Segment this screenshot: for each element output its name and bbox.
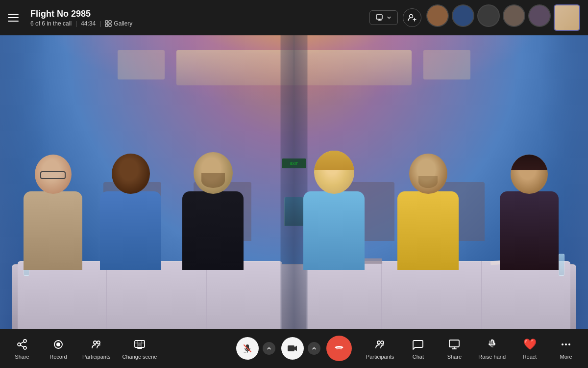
end-call-button[interactable] — [326, 336, 352, 361]
toolbar-left: Share Record Participants — [10, 338, 157, 360]
record-button[interactable]: Record — [46, 338, 71, 360]
svg-point-8 — [94, 341, 97, 344]
participant-person6 — [500, 155, 559, 270]
raise-hand-label: Raise hand — [478, 354, 506, 360]
avatar-3[interactable] — [477, 4, 500, 27]
react-button[interactable]: ❤️ React — [517, 338, 542, 360]
participants-icon-right — [373, 338, 387, 351]
share-icon — [15, 338, 29, 351]
avatar-4[interactable] — [503, 4, 525, 27]
call-title: Flight No 2985 6 of 6 in the call | 44:3… — [30, 9, 369, 27]
participants-label-right: Participants — [366, 354, 394, 360]
change-scene-label: Change scene — [122, 354, 157, 360]
svg-point-18 — [565, 343, 567, 345]
svg-rect-1 — [109, 21, 111, 23]
toolbar-center — [236, 336, 352, 361]
video-chevron-button[interactable] — [308, 342, 320, 355]
participants-button-right[interactable]: Participants — [366, 338, 394, 360]
participant-avatars — [426, 4, 580, 31]
participant-person5 — [397, 154, 459, 270]
participant-person4 — [303, 151, 365, 270]
main-video-area: EXIT — [0, 35, 588, 329]
change-scene-icon — [133, 338, 147, 351]
chevron-down-icon — [387, 15, 392, 20]
react-icon: ❤️ — [523, 338, 537, 351]
share-icon-right — [447, 338, 461, 351]
call-meta: 6 of 6 in the call | 44:34 | Gallery — [30, 20, 369, 27]
screen-share-icon — [376, 14, 384, 22]
call-timer: 44:34 — [81, 20, 96, 27]
chevron-up-icon2 — [312, 346, 317, 351]
record-label: Record — [49, 354, 67, 360]
top-bar: Flight No 2985 6 of 6 in the call | 44:3… — [0, 0, 588, 35]
mic-icon — [243, 343, 252, 353]
video-icon — [287, 343, 298, 354]
svg-rect-0 — [105, 21, 108, 23]
more-icon — [559, 338, 573, 351]
gallery-icon — [105, 20, 112, 27]
change-scene-button[interactable]: Change scene — [122, 338, 157, 360]
svg-rect-12 — [288, 345, 294, 351]
participant-person1 — [24, 155, 82, 270]
svg-rect-2 — [105, 24, 108, 26]
record-icon — [51, 338, 65, 351]
avatar-6-large[interactable] — [554, 4, 580, 31]
video-background: EXIT — [0, 35, 588, 329]
bottom-toolbar: Share Record Participants — [0, 329, 588, 368]
svg-point-17 — [562, 343, 564, 345]
mic-chevron-button[interactable] — [263, 342, 275, 355]
react-label: React — [523, 354, 537, 360]
svg-rect-3 — [109, 24, 111, 26]
share-button-right[interactable]: Share — [442, 338, 466, 360]
more-label: More — [560, 354, 572, 360]
separator2: | — [99, 20, 101, 27]
svg-rect-4 — [376, 15, 382, 19]
screen-share-button[interactable] — [369, 10, 398, 25]
svg-point-19 — [568, 343, 570, 345]
participants-label-left: Participants — [82, 354, 110, 360]
mic-button[interactable] — [236, 337, 259, 360]
raise-hand-icon — [485, 338, 499, 351]
menu-button[interactable] — [8, 10, 24, 26]
gallery-label: Gallery — [114, 20, 132, 27]
end-call-icon — [333, 342, 345, 355]
chat-icon — [411, 338, 425, 351]
svg-point-14 — [377, 341, 380, 344]
participant-count: 6 of 6 in the call — [30, 20, 72, 27]
participants-button-left[interactable]: Participants — [82, 338, 110, 360]
svg-rect-16 — [449, 340, 459, 347]
avatar-1[interactable] — [426, 4, 449, 27]
share-label: Share — [15, 354, 29, 360]
chat-label: Chat — [413, 354, 424, 360]
video-button[interactable] — [281, 337, 304, 360]
separator: | — [75, 20, 77, 27]
avatar-5[interactable] — [528, 4, 551, 27]
svg-point-15 — [381, 341, 384, 344]
share-button[interactable]: Share — [10, 338, 34, 360]
meeting-title: Flight No 2985 — [30, 9, 369, 19]
raise-hand-button[interactable]: Raise hand — [478, 338, 506, 360]
gallery-button[interactable]: Gallery — [105, 20, 132, 27]
participant-person3 — [182, 152, 244, 270]
avatar-2[interactable] — [452, 4, 474, 27]
svg-rect-11 — [138, 343, 141, 346]
participant-person2 — [100, 154, 161, 270]
svg-point-9 — [97, 341, 100, 344]
chevron-up-icon — [267, 346, 271, 351]
add-person-icon — [407, 13, 417, 23]
add-person-button[interactable] — [403, 8, 421, 27]
participants-icon-left — [90, 338, 103, 351]
svg-point-7 — [56, 342, 60, 346]
chat-button[interactable]: Chat — [406, 338, 430, 360]
share-label-right: Share — [447, 354, 462, 360]
more-button[interactable]: More — [554, 338, 578, 360]
toolbar-right: Participants Chat Share — [366, 338, 578, 360]
top-right-controls — [369, 4, 580, 31]
